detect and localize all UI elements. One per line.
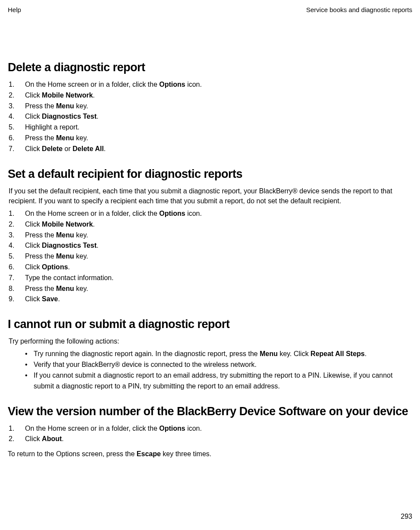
page-number: 293 [401, 513, 412, 521]
section-view-version: View the version number of the BlackBerr… [8, 405, 412, 459]
list-item: Press the Menu key. [8, 133, 412, 144]
section-delete-report: Delete a diagnostic report On the Home s… [8, 61, 412, 155]
heading-version: View the version number of the BlackBerr… [8, 405, 412, 418]
list-item: Click Delete or Delete All. [8, 144, 412, 155]
list-item: Click Mobile Network. [8, 219, 412, 230]
list-item: Verify that your BlackBerry® device is c… [8, 360, 412, 370]
steps-recipient: On the Home screen or in a folder, click… [8, 208, 412, 305]
section-default-recipient: Set a default recipient for diagnostic r… [8, 167, 412, 305]
intro-cannot: Try performing the following actions: [9, 336, 412, 346]
list-item: Press the Menu key. [8, 101, 412, 112]
list-item: Highlight a report. [8, 122, 412, 133]
list-item: On the Home screen or in a folder, click… [8, 79, 412, 90]
list-item: Try running the diagnostic report again.… [8, 349, 412, 360]
page-header: Help Service books and diagnostic report… [8, 6, 412, 13]
heading-cannot: I cannot run or submit a diagnostic repo… [8, 318, 412, 331]
tail-version: To return to the Options screen, press t… [8, 449, 412, 459]
list-item: Press the Menu key. [8, 284, 412, 294]
header-right: Service books and diagnostic reports [306, 6, 412, 13]
steps-version: On the Home screen or in a folder, click… [8, 423, 412, 445]
header-left: Help [8, 6, 21, 13]
list-item: Click Mobile Network. [8, 90, 412, 101]
list-item: Click Save. [8, 294, 412, 305]
list-item: If you cannot submit a diagnostic report… [8, 370, 412, 392]
list-item: Click Diagnostics Test. [8, 240, 412, 251]
list-item: On the Home screen or in a folder, click… [8, 423, 412, 434]
steps-delete: On the Home screen or in a folder, click… [8, 79, 412, 155]
list-item: Click Options. [8, 262, 412, 273]
bullets-cannot: Try running the diagnostic report again.… [8, 349, 412, 391]
section-cannot-run: I cannot run or submit a diagnostic repo… [8, 318, 412, 391]
list-item: Press the Menu key. [8, 251, 412, 262]
intro-recipient: If you set the default recipient, each t… [9, 186, 412, 206]
heading-recipient: Set a default recipient for diagnostic r… [8, 167, 412, 181]
list-item: On the Home screen or in a folder, click… [8, 208, 412, 219]
heading-delete: Delete a diagnostic report [8, 61, 412, 74]
list-item: Press the Menu key. [8, 230, 412, 241]
list-item: Click Diagnostics Test. [8, 111, 412, 122]
list-item: Type the contact information. [8, 273, 412, 284]
list-item: Click About. [8, 434, 412, 445]
